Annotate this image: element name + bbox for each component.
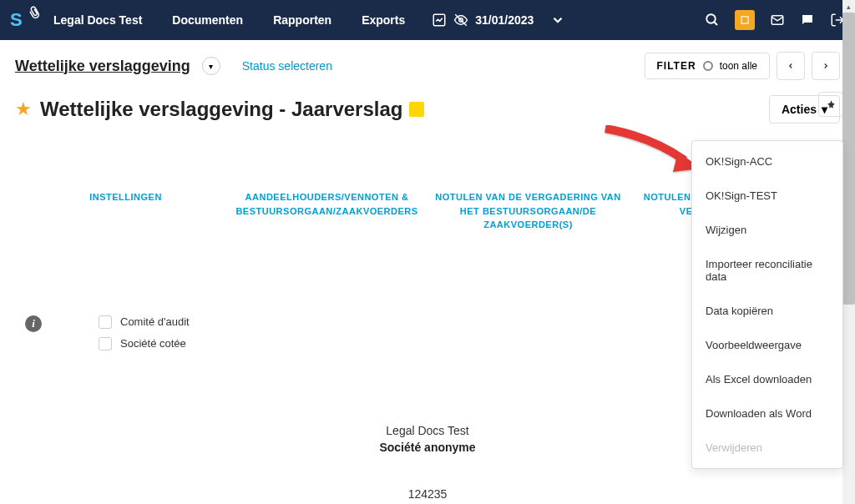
svg-point-3 (706, 14, 716, 23)
nav-exports[interactable]: Exports (350, 13, 417, 27)
company-name-text: Legal Docs Test (386, 424, 468, 437)
menu-item-preview[interactable]: Voorbeeldweergave (692, 328, 842, 362)
breadcrumb-title[interactable]: Wettelijke verslaggeving (15, 58, 190, 75)
menu-item-delete[interactable]: Verwijderen (692, 431, 842, 465)
company-number-text: 124235 (408, 487, 448, 501)
eye-slash-icon[interactable] (453, 13, 468, 28)
menu-item-copy-data[interactable]: Data kopiëren (692, 294, 842, 328)
menu-item-download-word[interactable]: Downloaden als Word (692, 396, 842, 431)
cursor-icon (28, 4, 43, 23)
breadcrumb-dropdown-toggle[interactable]: ▾ (202, 57, 220, 75)
menu-item-import-reconciliation[interactable]: Importeer reconciliatie data (692, 247, 842, 294)
scrollbar[interactable]: ▴ (842, 0, 855, 504)
column-header-settings[interactable]: INSTELLINGEN (25, 190, 226, 204)
checkbox-listed-company[interactable]: Société cotée (99, 337, 190, 350)
scrollbar-thumb[interactable] (842, 13, 855, 305)
column-header-minutes-board[interactable]: NOTULEN VAN DE VERGADERING VAN HET BESTU… (428, 190, 629, 232)
date-display[interactable]: 31/01/2023 (475, 13, 534, 27)
page-title: Wettelijke verslaggeving - Jaarverslag (40, 98, 402, 121)
column-header-shareholders[interactable]: AANDEELHOUDERS/VENNOTEN & BESTUURSORGAAN… (226, 190, 428, 218)
filter-value: toon alle (720, 60, 757, 72)
menu-item-edit[interactable]: Wijzigen (692, 213, 842, 247)
top-navigation-bar: S Legal Docs Test Documenten Rapporten E… (0, 0, 855, 40)
radio-icon (703, 61, 713, 71)
checkbox-label: Société cotée (120, 337, 186, 350)
nav-documents[interactable]: Documenten (160, 13, 255, 27)
checkbox-label: Comité d'audit (120, 315, 190, 328)
nav-company[interactable]: Legal Docs Test (42, 13, 154, 27)
chart-icon[interactable] (432, 13, 447, 28)
info-icon[interactable]: i (25, 315, 42, 332)
checkbox-icon[interactable] (99, 337, 112, 350)
nav-reports[interactable]: Rapporten (261, 13, 343, 27)
mail-icon[interactable] (770, 13, 785, 28)
checkbox-icon[interactable] (99, 315, 112, 329)
menu-item-download-excel[interactable]: Als Excel downloaden (692, 362, 842, 396)
actions-dropdown-menu: OK!Sign-ACC OK!Sign-TEST Wijzigen Import… (691, 140, 843, 469)
subheader-row: Wettelijke verslaggeving ▾ Status select… (0, 40, 855, 87)
pin-button[interactable] (818, 92, 843, 117)
checkbox-audit-committee[interactable]: Comité d'audit (99, 315, 190, 329)
scrollbar-up-arrow[interactable]: ▴ (842, 0, 855, 13)
company-type-text: Société anonyme (379, 441, 475, 454)
svg-rect-5 (741, 17, 748, 23)
previous-button[interactable] (777, 52, 805, 80)
chat-icon[interactable] (800, 13, 815, 28)
notification-badge[interactable] (735, 10, 755, 30)
next-button[interactable] (812, 52, 840, 80)
menu-item-oksign-acc[interactable]: OK!Sign-ACC (692, 144, 842, 179)
search-icon[interactable] (705, 13, 720, 28)
menu-item-oksign-test[interactable]: OK!Sign-TEST (692, 179, 842, 213)
logo[interactable]: S (10, 9, 32, 31)
page-title-row: ★ Wettelijke verslaggeving - Jaarverslag… (0, 87, 855, 140)
filter-box[interactable]: FILTER toon alle (645, 53, 770, 79)
star-icon[interactable]: ★ (15, 98, 32, 120)
status-selector-link[interactable]: Status selecteren (242, 59, 332, 73)
chevron-down-icon[interactable] (550, 13, 565, 28)
status-square-icon (409, 102, 424, 117)
filter-label: FILTER (657, 60, 696, 72)
svg-line-4 (714, 22, 717, 25)
